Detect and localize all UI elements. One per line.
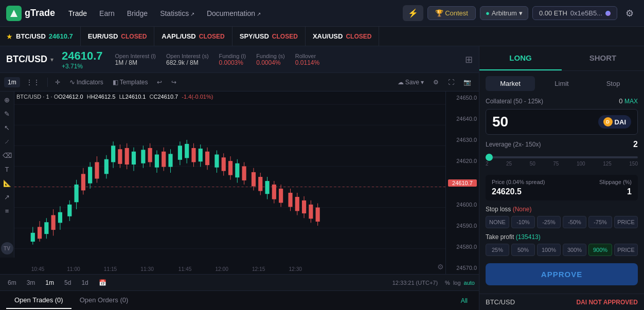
symbol-selector[interactable]: BTC/USD ▾ [6,54,53,65]
tp-preset-25[interactable]: 25% [486,244,509,256]
ohlc-label: BTC/USD · 1 · OO24612.0 HH24612.5 LL2461… [16,94,213,100]
templates-button[interactable]: ◧ Templates [109,77,152,87]
price-axis: 24650.0 24640.0 24630.0 24620.0 24610.7 … [445,92,479,274]
slippage-label: Slippage (%) [562,179,632,185]
slider-label-125: 125 [603,161,612,167]
chart-settings-icon[interactable]: ⚙ [437,263,444,271]
tab-open-trades[interactable]: Open Trades (0) [6,292,71,309]
collateral-max-button[interactable]: MAX [624,98,638,105]
tp-preset-50[interactable]: 50% [511,244,535,256]
timeframe-6m[interactable]: 6m [4,278,20,288]
trend-tool[interactable]: ↗ [3,192,11,203]
timeframe-adjust-button[interactable]: ⋮⋮ [22,77,44,88]
tp-preset-900[interactable]: 900% [588,244,612,256]
undo-button[interactable]: ↩ [153,77,166,87]
contest-button[interactable]: 🏆 Contest [427,6,476,20]
sl-preset-75[interactable]: -75% [588,216,612,228]
svg-rect-26 [81,174,85,190]
network-button[interactable]: ● Arbitrum ▾ [480,6,528,20]
sl-preset-none[interactable]: NONE [486,216,509,228]
ticker-price-btcusd: 24610.7 [49,32,73,40]
nav-documentation[interactable]: Documentation [202,6,266,21]
tab-stop[interactable]: Stop [588,76,638,91]
tab-open-orders[interactable]: Open Orders (0) [71,292,137,309]
svg-rect-64 [222,157,226,171]
svg-rect-84 [295,197,299,211]
pen-tool[interactable]: ✎ [3,108,11,119]
collateral-value-right: 0 MAX [619,97,638,105]
lightning-button[interactable]: ⚡ [403,5,423,21]
svg-text:11:00: 11:00 [67,266,80,272]
wallet-avatar [605,11,611,16]
timeframe-3m[interactable]: 3m [23,278,39,288]
tp-preset-300[interactable]: 300% [563,244,586,256]
tab-limit[interactable]: Limit [537,76,586,91]
eraser-tool[interactable]: ⌫ [1,150,13,161]
log-button[interactable]: log [453,280,461,286]
grid-view-icon[interactable]: ⊞ [465,54,473,65]
redo-button[interactable]: ↪ [168,77,180,87]
tab-all-button[interactable]: All [456,295,473,306]
leverage-slider[interactable] [486,156,638,158]
settings-button[interactable]: ⚙ [621,6,638,21]
text-tool[interactable]: T [4,164,11,175]
svg-rect-48 [162,152,166,167]
ticker-status-spyusd: CLOSED [272,33,298,40]
ticker-btcusd[interactable]: ★ BTC/USD 24610.7 [6,27,81,46]
auto-button[interactable]: auto [464,280,475,286]
tp-preset-price[interactable]: PRICE [614,244,638,256]
nav-statistics[interactable]: Statistics [155,6,200,21]
sl-preset-25[interactable]: -25% [537,216,561,228]
sl-preset-10[interactable]: -10% [511,216,535,228]
chart-main-area[interactable]: 10:45 11:00 11:15 11:30 11:45 12:00 12:1… [14,92,445,274]
stop-loss-label: Stop loss (None) [486,206,638,213]
ohlc-high-val: H24612.5 [91,94,116,100]
timeframe-1d[interactable]: 1d [78,278,92,288]
tab-short[interactable]: SHORT [562,46,644,70]
timeframe-5d[interactable]: 5d [61,278,75,288]
ticker-eurusd[interactable]: EUR/USD CLOSED [81,27,155,46]
tp-preset-100[interactable]: 100% [537,244,561,256]
wallet-balance: 0.00 ETH [539,9,567,17]
svg-text:12:15: 12:15 [252,266,265,272]
collateral-input-box[interactable]: 50 D DAI [486,109,638,135]
svg-rect-50 [168,154,172,167]
svg-rect-42 [141,150,145,163]
sl-preset-50[interactable]: -50% [563,216,586,228]
tab-long[interactable]: LONG [479,46,562,70]
ticker-xauusd[interactable]: XAU/USD CLOSED [306,27,380,46]
indicators-button[interactable]: ∿ Indicators [66,77,107,87]
percent-label: % [445,280,450,286]
crosshair-button[interactable]: ✛ [51,77,64,87]
slider-labels: 2 25 50 75 100 125 150 [486,160,638,171]
cursor-tool[interactable]: ↖ [3,122,11,133]
settings-chart-button[interactable]: ⚙ [430,77,442,87]
timeframe-1m-button[interactable]: 1m [4,77,20,87]
ticker-spyusd[interactable]: SPY/USD CLOSED [232,27,306,46]
ticker-status-eurusd: CLOSED [121,33,147,40]
fib-tool[interactable]: ≡ [4,206,11,216]
line-tool[interactable]: ⟋ [2,136,12,147]
wallet-button[interactable]: 0.00 ETH 0x1e5B5... [532,6,617,20]
leverage-value: 2 [633,140,638,149]
nav-bridge[interactable]: Bridge [122,6,153,21]
measure-tool[interactable]: 📐 [2,178,13,189]
svg-rect-88 [309,205,313,218]
tab-market[interactable]: Market [486,76,535,91]
timeframe-1m-bottom[interactable]: 1m [42,278,58,288]
fullscreen-button[interactable]: ⛶ [444,77,458,87]
nav-trade[interactable]: Trade [63,6,92,21]
ticker-aaplusd[interactable]: AAPL/USD CLOSED [154,27,232,46]
ticker-pair-btcusd: BTC/USD [16,32,46,40]
logo-text: gTrade [25,8,55,19]
calendar-icon-button[interactable]: 📅 [95,278,110,288]
nav-earn[interactable]: Earn [94,6,120,21]
logo[interactable]: gTrade [6,6,55,21]
header-right: ⚡ 🏆 Contest ● Arbitrum ▾ 0.00 ETH 0x1e5B… [403,5,638,21]
snapshot-button[interactable]: 📷 [460,77,475,87]
stat-label-ois: Open Interest (s) [166,53,209,59]
crosshair-tool[interactable]: ⊕ [3,95,11,105]
sl-preset-price[interactable]: PRICE [614,216,638,228]
approve-button[interactable]: APPROVE [486,263,638,285]
cloud-save-button[interactable]: ☁ Save ▾ [394,77,427,87]
